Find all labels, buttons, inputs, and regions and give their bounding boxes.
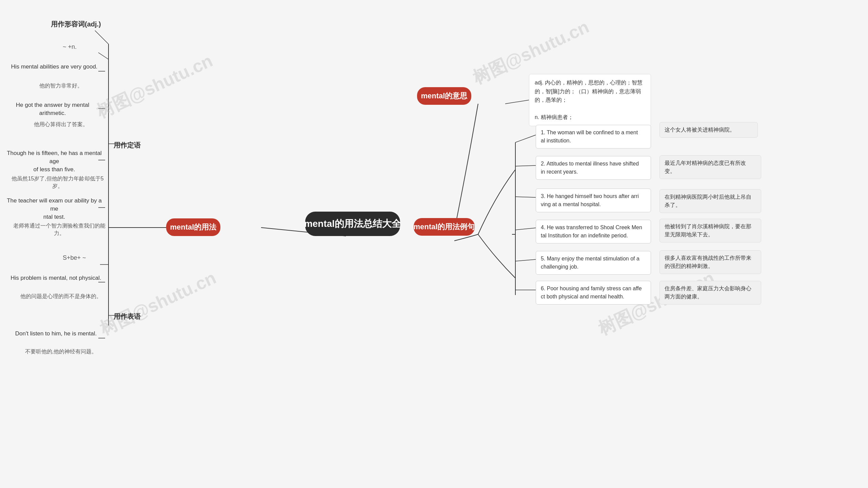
- svg-line-21: [515, 259, 536, 261]
- en-text-6: Don't listen to him, he is mental.: [7, 330, 105, 338]
- cn-text-3: 他虽然15岁了,但他的智力年龄却低于5岁。: [10, 175, 105, 190]
- red-node-liju: mental的用法例句: [414, 218, 475, 236]
- cn-text-5: 他的问题是心理的而不是身体的。: [14, 293, 108, 300]
- example-5-cn: 很多人喜欢富有挑战性的工作所带来的强烈的精神刺激。: [659, 250, 761, 274]
- example-2-en: 2. Attitudes to mental illness have shif…: [536, 156, 651, 180]
- header-sbe: S+be+ ~: [63, 254, 86, 261]
- connection-lines: [0, 0, 868, 488]
- svg-line-20: [515, 228, 536, 230]
- ex4-cn-label: 他被转到了肖尔溪精神病院，要在那里无限期地呆下去。: [665, 223, 751, 237]
- red-label-yisi: mental的意思: [421, 91, 468, 101]
- ex2-cn-label: 最近几年对精神病的态度已有所改变。: [665, 160, 746, 174]
- central-label: mental的用法总结大全: [304, 217, 401, 230]
- en-text-5: His problem is mental, not physical.: [7, 274, 105, 282]
- en6-label: Don't listen to him, he is mental.: [15, 330, 97, 338]
- section-adj: 用作形容词(adj.): [51, 20, 101, 29]
- ex1-cn-label: 这个女人将被关进精神病院。: [665, 127, 735, 133]
- ex2-en-label: 2. Attitudes to mental illness have shif…: [541, 161, 639, 175]
- cn-text-1: 他的智力非常好。: [20, 82, 102, 90]
- central-node: mental的用法总结大全: [305, 212, 400, 236]
- cn2-label: 他用心算得出了答案。: [34, 121, 88, 128]
- ex4-en-label: 4. He was transferred to Shoal Creek Men…: [541, 225, 642, 238]
- example-2-cn: 最近几年对精神病的态度已有所改变。: [659, 155, 761, 179]
- svg-line-19: [515, 197, 536, 197]
- section-dingyu-label: 用作定语: [114, 141, 141, 150]
- example-1-en: 1. The woman will be confined to a menta…: [536, 125, 651, 149]
- watermark-4: 树图@shutu.cn: [96, 266, 220, 341]
- cn1-label: 他的智力非常好。: [39, 82, 83, 90]
- en-text-2: He got the answer by mental arithmetic.: [3, 101, 102, 117]
- en-text-1: His mental abilities are very good.: [7, 63, 102, 71]
- example-1-cn: 这个女人将被关进精神病院。: [659, 122, 758, 138]
- cn-text-4: 老师将通过一个智力测验检查我们的能力。: [10, 222, 108, 237]
- sbe-label: S+be+ ~: [63, 254, 86, 261]
- ex6-en-label: 6. Poor housing and family stress can af…: [541, 286, 642, 299]
- example-4-cn: 他被转到了肖尔溪精神病院，要在那里无限期地呆下去。: [659, 219, 761, 242]
- section-biaoyu: 用作表语: [114, 312, 141, 321]
- cn-text-6: 不要听他的,他的神经有问题。: [14, 348, 108, 355]
- section-adj-label: 用作形容词(adj.): [51, 20, 101, 29]
- watermark-1: 树图@shutu.cn: [93, 49, 217, 124]
- example-5-en: 5. Many enjoy the mental stimulation of …: [536, 251, 651, 275]
- example-3-cn: 在到精神病医院两小时后他就上吊自杀了。: [659, 189, 761, 213]
- svg-line-18: [515, 165, 536, 166]
- red-node-yongfa: mental的用法: [166, 218, 220, 236]
- en2-label: He got the answer by mental arithmetic.: [3, 101, 102, 117]
- en1-label: His mental abilities are very good.: [11, 63, 97, 71]
- en3-label: Though he is fifteen, he has a mental ag…: [3, 149, 105, 173]
- definition-box: adj. 内心的，精神的，思想的，心理的；智慧的，智[脑]力的；（口）精神病的，…: [529, 74, 651, 126]
- example-4-en: 4. He was transferred to Shoal Creek Men…: [536, 220, 651, 243]
- red-node-yisi: mental的意思: [417, 87, 471, 105]
- section-dingyu: 用作定语: [114, 141, 141, 150]
- en5-label: His problem is mental, not physical.: [11, 274, 101, 282]
- cn-text-2: 他用心算得出了答案。: [20, 121, 102, 128]
- ex5-en-label: 5. Many enjoy the mental stimulation of …: [541, 256, 639, 270]
- red-label-yongfa: mental的用法: [170, 222, 217, 232]
- ex5-cn-label: 很多人喜欢富有挑战性的工作所带来的强烈的精神刺激。: [665, 255, 751, 269]
- example-6-cn: 住房条件差、家庭压力大会影响身心两方面的健康。: [659, 281, 761, 305]
- en-text-4: The teacher will exam our ability by a m…: [3, 197, 105, 221]
- ex1-en-label: 1. The woman will be confined to a menta…: [541, 130, 638, 143]
- en-text-3: Though he is fifteen, he has a mental ag…: [3, 149, 105, 173]
- example-3-en: 3. He hanged himself two hours after arr…: [536, 189, 651, 212]
- cn3-label: 他虽然15岁了,但他的智力年龄却低于5岁。: [10, 175, 105, 190]
- en4-label: The teacher will exam our ability by a m…: [3, 197, 105, 221]
- section-biaoyu-label: 用作表语: [114, 312, 141, 321]
- tilde-n-label: ~ +n.: [63, 43, 77, 51]
- cn6-label: 不要听他的,他的神经有问题。: [25, 348, 97, 355]
- svg-line-17: [515, 135, 536, 142]
- svg-line-14: [505, 100, 529, 104]
- cn4-label: 老师将通过一个智力测验检查我们的能力。: [10, 222, 108, 237]
- svg-line-3: [95, 31, 108, 44]
- red-label-liju: mental的用法例句: [414, 222, 475, 232]
- ex3-en-label: 3. He hanged himself two hours after arr…: [541, 193, 639, 207]
- example-6-en: 6. Poor housing and family stress can af…: [536, 281, 651, 305]
- ex3-cn-label: 在到精神病医院两小时后他就上吊自杀了。: [665, 194, 751, 208]
- svg-line-4: [98, 53, 108, 59]
- header-tilde-n: ~ +n.: [63, 43, 77, 51]
- def-text: adj. 内心的，精神的，思想的，心理的；智慧的，智[脑]力的；（口）精神病的，…: [535, 80, 643, 120]
- cn5-label: 他的问题是心理的而不是身体的。: [20, 293, 102, 300]
- ex6-cn-label: 住房条件差、家庭压力大会影响身心两方面的健康。: [665, 286, 751, 299]
- mindmap-container: 树图@shutu.cn 树图@shutu.cn 树图@shutu.cn 树图@s…: [0, 0, 868, 488]
